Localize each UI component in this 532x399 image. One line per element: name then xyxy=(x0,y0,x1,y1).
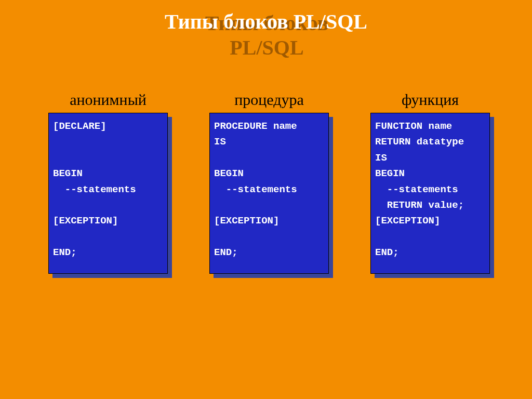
code-box: [DECLARE] BEGIN --statements [EXCEPTION]… xyxy=(48,113,168,274)
column-function: функция FUNCTION name RETURN datatype IS… xyxy=(357,91,503,274)
code-block-anonymous: [DECLARE] BEGIN --statements [EXCEPTION]… xyxy=(48,113,168,274)
slide-title: Типы блоков PL/SQL Типы блоков PL/SQL xyxy=(165,9,367,34)
column-label-anonymous: анонимный xyxy=(70,91,147,109)
code-text-procedure: PROCEDURE name IS BEGIN --statements [EX… xyxy=(214,118,324,261)
slide: Типы блоков PL/SQL Типы блоков PL/SQL ан… xyxy=(0,0,532,399)
column-label-function: функция xyxy=(402,91,459,109)
code-box: FUNCTION name RETURN datatype IS BEGIN -… xyxy=(370,113,490,274)
column-label-procedure: процедура xyxy=(234,91,304,109)
columns-row: анонимный [DECLARE] BEGIN --statements [… xyxy=(35,91,503,274)
title-container: Типы блоков PL/SQL Типы блоков PL/SQL xyxy=(0,9,532,34)
column-anonymous: анонимный [DECLARE] BEGIN --statements [… xyxy=(35,91,181,274)
code-block-procedure: PROCEDURE name IS BEGIN --statements [EX… xyxy=(209,113,329,274)
title-text: Типы блоков PL/SQL xyxy=(165,10,367,33)
column-procedure: процедура PROCEDURE name IS BEGIN --stat… xyxy=(196,91,342,274)
code-block-function: FUNCTION name RETURN datatype IS BEGIN -… xyxy=(370,113,490,274)
code-box: PROCEDURE name IS BEGIN --statements [EX… xyxy=(209,113,329,274)
code-text-function: FUNCTION name RETURN datatype IS BEGIN -… xyxy=(375,118,485,261)
code-text-anonymous: [DECLARE] BEGIN --statements [EXCEPTION]… xyxy=(53,118,163,261)
